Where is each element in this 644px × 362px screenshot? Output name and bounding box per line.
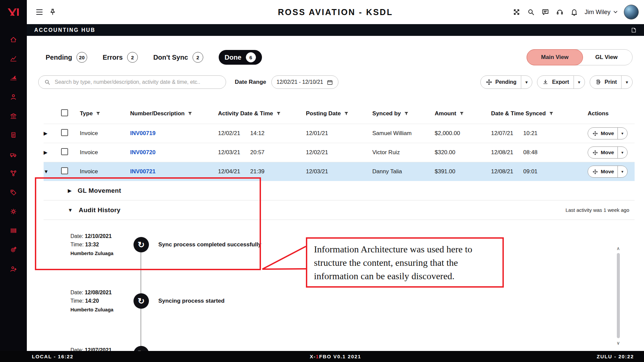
invoice-link[interactable]: INV00720	[130, 149, 156, 156]
move-button: Move ▾	[588, 166, 628, 178]
sidebar-item-crew[interactable]	[9, 265, 17, 273]
date-range-picker[interactable]: 12/02/21 - 12/10/21	[271, 75, 339, 89]
row-checkbox[interactable]	[61, 167, 68, 174]
sidebar-item-analytics[interactable]	[9, 55, 17, 63]
print-dropdown[interactable]: ▾	[621, 76, 632, 88]
select-all-checkbox[interactable]	[61, 109, 68, 116]
bank-icon	[10, 112, 17, 120]
date-range-label: Date Range	[235, 79, 266, 85]
invoice-link[interactable]: INV00721	[130, 168, 156, 175]
pin-icon	[49, 8, 57, 16]
printer-icon	[595, 79, 602, 85]
sidebar-item-invoices[interactable]	[9, 131, 17, 139]
scroll-down-button[interactable]: ∨	[616, 340, 620, 346]
airplane-icon	[10, 74, 17, 81]
export-main[interactable]: Export	[537, 76, 574, 88]
move-dropdown-caret[interactable]: ▾	[618, 166, 627, 177]
filter-icon[interactable]	[459, 111, 464, 116]
sidebar-item-campaigns[interactable]	[9, 246, 17, 254]
cell-posting-date: 12/03/21	[306, 168, 372, 175]
notifications-button[interactable]	[570, 8, 578, 16]
tab-dont-sync[interactable]: Don't Sync 2	[153, 52, 203, 63]
agent-icon	[10, 265, 17, 273]
sidebar-item-pricing[interactable]	[9, 188, 17, 196]
chevron-down-icon	[613, 11, 618, 13]
sync-table: Type Number/Description Activity Date & …	[37, 104, 635, 353]
pin-button[interactable]	[49, 8, 57, 16]
row-collapse-icon[interactable]: ▼	[44, 169, 49, 174]
bulk-pending-dropdown[interactable]: ▾	[521, 76, 532, 88]
last-activity-text: Last activity was 1 week ago	[566, 207, 635, 213]
barcode-icon	[10, 227, 17, 234]
sidebar-item-bank[interactable]	[9, 112, 17, 120]
scroll-up-button[interactable]: ∧	[616, 246, 620, 251]
filter-icon[interactable]	[187, 111, 193, 116]
table-row[interactable]: ▶ Invoice INV00720 12/03/2120:57 12/02/2…	[44, 143, 635, 162]
filter-icon[interactable]	[404, 111, 409, 116]
sidebar-item-fuel-truck[interactable]	[9, 150, 17, 158]
cell-synced-by: Danny Talia	[372, 168, 435, 175]
move-dropdown-caret[interactable]: ▾	[618, 147, 627, 158]
audit-history-label: Audit History	[79, 206, 120, 214]
fullscreen-button[interactable]	[513, 8, 521, 16]
timeline-connector	[141, 309, 141, 348]
support-button[interactable]	[556, 8, 564, 16]
tab-errors[interactable]: Errors 2	[103, 52, 138, 63]
audit-history-section[interactable]: ▼ Audit History Last activity was 1 week…	[44, 200, 635, 220]
move-icon	[486, 79, 492, 85]
notes-button[interactable]	[631, 27, 637, 33]
export-dropdown[interactable]: ▾	[574, 76, 585, 88]
bulk-pending-main[interactable]: Pending	[481, 76, 521, 88]
main-view-button[interactable]: Main View	[527, 49, 583, 65]
move-dropdown-caret[interactable]: ▾	[618, 128, 627, 139]
invoice-link[interactable]: INV00719	[130, 130, 156, 136]
bulk-pending-button: Pending ▾	[480, 75, 532, 89]
filter-icon[interactable]	[344, 111, 349, 116]
avatar[interactable]	[624, 5, 639, 19]
vertical-scrollbar: ∧ ∨	[615, 246, 621, 346]
timeline-meta: Date: 12/08/2021 Time: 14:20 Humberto Zu…	[70, 288, 124, 314]
topbar: ROSS AVIATION - KSDL Jim Wiley	[27, 0, 644, 24]
filter-icon[interactable]	[549, 111, 554, 116]
gl-movement-expand-icon[interactable]: ▶	[68, 188, 72, 193]
move-button-main[interactable]: Move	[588, 147, 618, 158]
move-button-main[interactable]: Move	[588, 166, 618, 177]
gl-movement-label: GL Movement	[78, 187, 121, 194]
sidebar-item-integrations[interactable]	[9, 169, 17, 177]
hamburger-menu-button[interactable]	[36, 9, 43, 15]
search-icon	[44, 79, 51, 85]
sidebar-item-home[interactable]	[9, 36, 17, 44]
gl-movement-section[interactable]: ▶ GL Movement	[44, 181, 635, 200]
timeline-person: Humberto Zuluaga	[70, 306, 124, 314]
print-main[interactable]: Print	[590, 76, 621, 88]
export-button: Export ▾	[537, 75, 585, 89]
filter-icon[interactable]	[96, 111, 101, 116]
cell-amount: $391.00	[435, 168, 491, 175]
scrollbar-thumb[interactable]	[617, 253, 620, 338]
tab-done[interactable]: Done 6	[219, 50, 262, 65]
sidebar-item-customers[interactable]	[9, 93, 17, 101]
search-input[interactable]	[54, 79, 220, 85]
move-button-main[interactable]: Move	[588, 128, 618, 139]
sidebar-item-reports[interactable]	[9, 227, 17, 235]
gl-view-button[interactable]: GL View	[580, 49, 633, 65]
x1-logo[interactable]	[0, 0, 27, 24]
tab-pending[interactable]: Pending 20	[46, 52, 87, 63]
customer-icon	[10, 93, 17, 101]
sidebar-item-settings[interactable]	[9, 207, 17, 216]
messages-button[interactable]	[541, 8, 549, 16]
cell-type: Invoice	[80, 130, 130, 137]
row-expand-icon[interactable]: ▶	[44, 149, 48, 155]
row-checkbox[interactable]	[61, 129, 68, 136]
sidebar-item-flights[interactable]	[9, 74, 17, 82]
table-row-selected[interactable]: ▼ Invoice INV00721 12/04/2121:39 12/03/2…	[44, 162, 635, 181]
filter-icon[interactable]	[276, 111, 281, 116]
search-button[interactable]	[527, 8, 535, 16]
audit-history-collapse-icon[interactable]: ▼	[68, 207, 73, 213]
user-menu[interactable]: Jim Wiley	[585, 9, 618, 16]
table-row[interactable]: ▶ Invoice INV00719 12/02/2114:12 12/01/2…	[44, 124, 635, 143]
row-expand-icon[interactable]: ▶	[44, 130, 48, 136]
row-checkbox[interactable]	[61, 148, 68, 155]
move-button: Move ▾	[588, 146, 628, 159]
sync-icon: ↻	[133, 293, 149, 309]
